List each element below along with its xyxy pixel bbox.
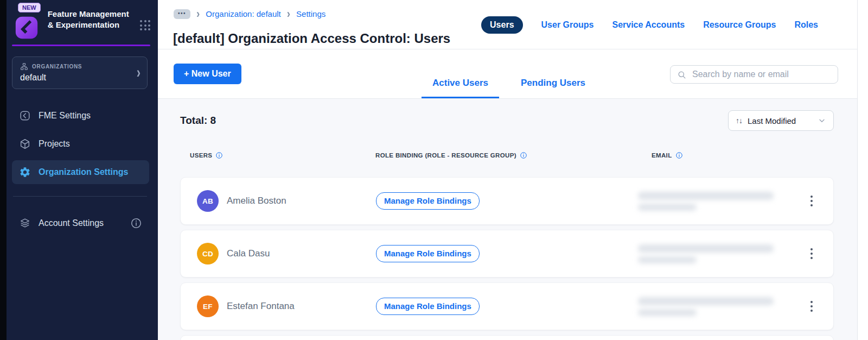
info-icon[interactable] xyxy=(520,152,527,159)
table-row: ABAmelia BostonManage Role Bindings xyxy=(180,177,834,225)
row-menu-button[interactable] xyxy=(808,192,815,210)
table-row-partial xyxy=(180,335,834,340)
avatar: AB xyxy=(197,190,219,212)
user-cell: EFEstefan Fontana xyxy=(181,295,376,317)
organization-selector[interactable]: ORGANIZATIONS default › xyxy=(12,56,148,89)
window-edge xyxy=(0,0,7,340)
view-tabs: Active UsersPending Users xyxy=(422,78,596,98)
app-switcher-icon[interactable] xyxy=(140,20,150,30)
manage-role-bindings-button[interactable]: Manage Role Bindings xyxy=(376,245,480,262)
sort-dropdown[interactable]: ↑↓ Last Modified xyxy=(728,110,834,131)
table-row: EFEstefan FontanaManage Role Bindings xyxy=(180,282,834,330)
column-header-users: USERS xyxy=(180,152,375,159)
app-logo-icon xyxy=(15,16,39,40)
fme-logo-icon xyxy=(19,110,31,122)
row-actions-cell xyxy=(808,192,833,210)
row-menu-button[interactable] xyxy=(808,298,815,316)
kebab-dot-icon xyxy=(810,305,813,308)
avatar: EF xyxy=(197,295,219,317)
row-menu-button[interactable] xyxy=(808,245,815,263)
row-actions-cell xyxy=(808,298,833,316)
breadcrumb-link-organization[interactable]: Organization: default xyxy=(206,9,280,18)
tab-users[interactable]: Users xyxy=(481,16,522,34)
table-header: USERSROLE BINDING (ROLE - RESOURCE GROUP… xyxy=(180,152,834,159)
user-name: Cala Dasu xyxy=(227,248,270,259)
kebab-dot-icon xyxy=(810,196,813,198)
kebab-dot-icon xyxy=(810,200,813,203)
actions-row: + New User Active UsersPending Users xyxy=(158,49,857,99)
page-title: [default] Organization Access Control: U… xyxy=(173,31,450,46)
sidebar-item-projects[interactable]: Projects xyxy=(12,132,149,156)
organization-meta: ORGANIZATIONS default xyxy=(20,62,137,83)
breadcrumb: ••• › Organization: default › Settings xyxy=(174,9,326,19)
email-blur-line xyxy=(638,256,697,263)
new-user-button[interactable]: + New User xyxy=(174,64,241,84)
logo-block: NEW xyxy=(15,3,41,40)
user-cell: ABAmelia Boston xyxy=(181,190,376,212)
main-area: ••• › Organization: default › Settings [… xyxy=(158,0,868,340)
kebab-dot-icon xyxy=(810,257,813,260)
breadcrumb-ellipsis-button[interactable]: ••• xyxy=(174,9,190,19)
info-icon[interactable] xyxy=(130,217,142,229)
user-name: Amelia Boston xyxy=(227,196,286,206)
org-hierarchy-icon xyxy=(20,62,28,71)
email-cell-redacted xyxy=(638,297,808,316)
breadcrumb-separator: › xyxy=(196,8,200,20)
kebab-dot-icon xyxy=(810,204,813,207)
row-actions-cell xyxy=(808,245,833,263)
app-title: Feature Management & Experimentation xyxy=(48,9,133,40)
tab-resource-groups[interactable]: Resource Groups xyxy=(703,20,776,30)
breadcrumb-separator: › xyxy=(287,8,290,20)
table-row: CDCala DasuManage Role Bindings xyxy=(180,230,834,278)
breadcrumb-link-settings[interactable]: Settings xyxy=(296,9,326,18)
kebab-dot-icon xyxy=(810,248,813,251)
users-list: Total: 8 ↑↓ Last Modified USERSROLE BIND… xyxy=(158,99,857,340)
table-rows: ABAmelia BostonManage Role BindingsCDCal… xyxy=(180,177,834,340)
search-icon xyxy=(677,70,686,79)
email-blur-line xyxy=(638,192,774,200)
avatar: CD xyxy=(197,243,219,265)
role-binding-cell: Manage Role Bindings xyxy=(376,245,652,262)
new-badge: NEW xyxy=(18,3,41,12)
tab-roles[interactable]: Roles xyxy=(794,20,818,30)
role-binding-cell: Manage Role Bindings xyxy=(376,298,652,315)
gear-icon xyxy=(19,166,31,178)
manage-role-bindings-button[interactable]: Manage Role Bindings xyxy=(376,192,480,210)
info-icon[interactable] xyxy=(215,152,223,159)
tab-service-accounts[interactable]: Service Accounts xyxy=(612,20,685,30)
sidebar-item-account-settings[interactable]: Account Settings xyxy=(12,211,149,235)
info-icon[interactable] xyxy=(675,152,683,159)
column-label: USERS xyxy=(190,152,212,159)
organization-value: default xyxy=(20,73,137,83)
kebab-dot-icon xyxy=(810,310,813,312)
manage-role-bindings-button[interactable]: Manage Role Bindings xyxy=(376,298,480,315)
page-header: ••• › Organization: default › Settings [… xyxy=(158,0,857,49)
sidebar-item-label: Account Settings xyxy=(39,218,104,228)
sidebar-item-organization-settings[interactable]: Organization Settings xyxy=(12,160,149,184)
user-cell: CDCala Dasu xyxy=(181,243,376,265)
column-header-role-binding-role-resource-group: ROLE BINDING (ROLE - RESOURCE GROUP) xyxy=(375,152,652,159)
cube-icon xyxy=(19,138,31,150)
brand-divider xyxy=(12,45,150,46)
tab-user-groups[interactable]: User Groups xyxy=(541,20,594,30)
search-input[interactable] xyxy=(691,69,831,80)
tab-active-users[interactable]: Active Users xyxy=(422,78,499,98)
email-cell-redacted xyxy=(638,244,808,263)
organizations-label: ORGANIZATIONS xyxy=(32,64,82,70)
sidebar-item-fme-settings[interactable]: FME Settings xyxy=(12,104,149,128)
search-box xyxy=(670,65,838,84)
sidebar-menu: FME SettingsProjectsOrganization Setting… xyxy=(7,104,158,184)
access-control-tabs: UsersUser GroupsService AccountsResource… xyxy=(481,16,818,34)
tab-pending-users[interactable]: Pending Users xyxy=(510,78,596,98)
sidebar-item-label: Organization Settings xyxy=(39,167,128,177)
email-blur-line xyxy=(638,297,774,305)
scrollbar-gutter[interactable] xyxy=(857,0,868,340)
sidebar-item-label: Projects xyxy=(39,139,70,149)
kebab-dot-icon xyxy=(810,301,813,304)
sidebar: NEW Feature Management & Experimentation… xyxy=(7,0,158,340)
column-label: EMAIL xyxy=(652,152,672,159)
column-label: ROLE BINDING (ROLE - RESOURCE GROUP) xyxy=(375,152,516,159)
column-header-email: EMAIL xyxy=(652,152,807,159)
sidebar-item-label: FME Settings xyxy=(39,111,91,121)
email-blur-line xyxy=(638,309,697,316)
